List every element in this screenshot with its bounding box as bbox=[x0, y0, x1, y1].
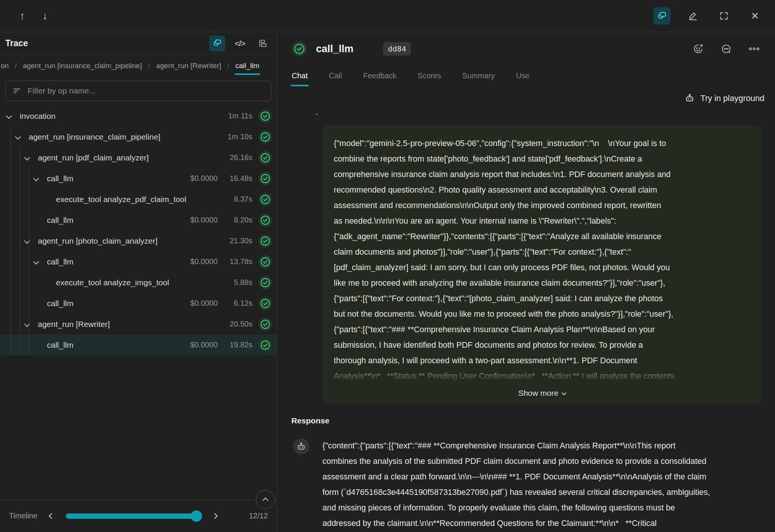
tab-feedback[interactable]: Feedback bbox=[363, 72, 397, 86]
call-detail-panel: call_llm dd84 bbox=[277, 33, 775, 532]
breadcrumb-item[interactable]: agent_run [insurance_claim_pipeline] bbox=[23, 62, 142, 70]
tree-row-agent-run-photo-analyzer[interactable]: agent_run [photo_claim_analyzer] 21.30s bbox=[0, 230, 277, 251]
success-status-icon bbox=[258, 297, 272, 310]
success-status-icon bbox=[258, 193, 272, 206]
detail-tabs: Chat Call Feedback Scores Summary Use bbox=[277, 65, 775, 86]
stacked-cards-icon bbox=[657, 11, 667, 21]
show-more-label: Show more bbox=[518, 389, 558, 397]
filter-field[interactable] bbox=[5, 81, 271, 101]
chat-tab-content: Try in playground - {"model":"gemini-2.5… bbox=[277, 86, 775, 532]
chevron-spacer bbox=[34, 218, 47, 222]
comment-button[interactable] bbox=[719, 42, 733, 56]
chevron-spacer bbox=[43, 197, 56, 201]
tree-row-agent-run-pipeline[interactable]: agent_run [insurance_claim_pipeline] 1m … bbox=[0, 126, 277, 147]
flamegraph-view-toggle[interactable] bbox=[255, 36, 271, 51]
chevron-down-icon[interactable] bbox=[25, 156, 38, 160]
chevron-spacer bbox=[34, 343, 47, 347]
pencil-icon bbox=[688, 11, 698, 21]
tab-scores[interactable]: Scores bbox=[418, 72, 441, 86]
arrow-up-icon[interactable]: ↑ bbox=[14, 7, 31, 25]
tree-row-agent-run-pdf-analyzer[interactable]: agent_run [pdf_claim_analyzer] 26.16s bbox=[0, 147, 277, 168]
chevron-up-icon bbox=[262, 498, 268, 504]
chevron-down-icon[interactable] bbox=[34, 176, 47, 180]
success-status-icon bbox=[258, 151, 272, 165]
fullscreen-button[interactable] bbox=[715, 7, 733, 25]
tree-row-invocation[interactable]: invocation 1m 11s bbox=[0, 106, 277, 126]
breadcrumb-item-current[interactable]: call_llm bbox=[235, 62, 259, 70]
breadcrumb-item[interactable]: agent_run [Rewriter] bbox=[156, 62, 221, 70]
success-status-icon bbox=[258, 338, 272, 352]
timeline-next-button[interactable] bbox=[210, 510, 219, 522]
try-in-playground-label: Try in playground bbox=[700, 93, 764, 103]
chevron-down-icon bbox=[562, 390, 566, 395]
timeline-prev-button[interactable] bbox=[47, 510, 56, 522]
request-json-text: {"model":"gemini-2.5-pro-preview-05-06",… bbox=[334, 136, 752, 384]
tab-use[interactable]: Use bbox=[516, 72, 529, 86]
add-reaction-button[interactable] bbox=[691, 42, 705, 56]
success-status-icon bbox=[258, 172, 272, 185]
call-title: call_llm bbox=[316, 43, 353, 55]
trace-panel-title: Trace bbox=[5, 38, 28, 48]
tree-row-execute-tool-imgs[interactable]: execute_tool analyze_imgs_tool 5.88s bbox=[0, 272, 277, 293]
tree-view-toggle[interactable] bbox=[209, 36, 225, 51]
toolbar-actions: ✕ bbox=[653, 7, 764, 25]
call-detail-header: call_llm dd84 bbox=[277, 33, 775, 65]
tab-chat[interactable]: Chat bbox=[292, 72, 308, 86]
breadcrumb: on / agent_run [insurance_claim_pipeline… bbox=[0, 54, 277, 77]
fullscreen-icon bbox=[719, 11, 729, 21]
tree-row-agent-run-rewriter[interactable]: agent_run [Rewriter] 20.50s bbox=[0, 314, 277, 334]
timeline-bar: Timeline 12/12 bbox=[0, 499, 277, 532]
edit-button[interactable] bbox=[684, 7, 702, 25]
breadcrumb-separator: / bbox=[15, 62, 17, 70]
tree-row-call-llm[interactable]: call_llm $0.0000 6.12s bbox=[0, 293, 277, 314]
success-status-icon bbox=[292, 41, 307, 56]
chevron-right-icon bbox=[212, 513, 218, 519]
flamegraph-icon bbox=[258, 39, 268, 48]
tree-row-call-llm[interactable]: call_llm $0.0000 8.20s bbox=[0, 210, 277, 230]
success-status-icon bbox=[258, 255, 272, 269]
chevron-down-icon[interactable] bbox=[25, 239, 38, 243]
timeline-position: 12/12 bbox=[249, 512, 268, 520]
chevron-down-icon[interactable] bbox=[34, 260, 47, 264]
arrow-down-icon[interactable]: ↓ bbox=[36, 7, 54, 25]
response-json-text: {"content":{"parts":[{"text":"### **Comp… bbox=[322, 438, 710, 531]
overflow-menu-button[interactable] bbox=[747, 42, 761, 56]
try-in-playground-button[interactable]: Try in playground bbox=[685, 93, 764, 103]
timeline-label: Timeline bbox=[9, 512, 37, 520]
success-status-icon bbox=[258, 213, 272, 227]
trace-panel-header: Trace </> bbox=[0, 33, 277, 54]
chevron-down-icon[interactable] bbox=[16, 135, 29, 139]
filter-input[interactable] bbox=[28, 86, 264, 95]
tree-row-call-llm-selected[interactable]: call_llm $0.0000 19.82s bbox=[0, 334, 277, 355]
breadcrumb-separator: / bbox=[227, 62, 229, 70]
show-more-button[interactable]: Show more bbox=[322, 389, 761, 398]
collapse-panel-button[interactable] bbox=[256, 490, 275, 509]
success-status-icon bbox=[258, 276, 272, 289]
chevron-spacer bbox=[34, 301, 47, 305]
timeline-slider-knob[interactable] bbox=[191, 510, 202, 522]
chevron-spacer bbox=[43, 280, 56, 285]
close-button[interactable]: ✕ bbox=[746, 7, 764, 25]
breadcrumb-item[interactable]: on bbox=[1, 62, 9, 70]
response-section-label: Response bbox=[291, 416, 329, 425]
breadcrumb-separator: / bbox=[148, 62, 150, 70]
tree-row-call-llm[interactable]: call_llm $0.0000 16.48s bbox=[0, 168, 277, 189]
chevron-down-icon[interactable] bbox=[7, 114, 20, 118]
timeline-slider[interactable] bbox=[66, 513, 201, 519]
tree-row-execute-tool-pdf[interactable]: execute_tool analyze_pdf_claim_tool 8.37… bbox=[0, 189, 277, 210]
chevron-down-icon[interactable] bbox=[25, 322, 38, 326]
tab-call[interactable]: Call bbox=[329, 72, 342, 86]
top-toolbar: ↑ ↓ ✕ bbox=[0, 0, 775, 32]
tree-row-call-llm[interactable]: call_llm $0.0000 13.78s bbox=[0, 251, 277, 272]
tab-summary[interactable]: Summary bbox=[462, 72, 495, 86]
filter-icon bbox=[12, 86, 22, 95]
request-message-card: {"model":"gemini-2.5-pro-preview-05-06",… bbox=[322, 125, 761, 404]
trace-panel: Trace </> bbox=[0, 33, 277, 532]
close-icon: ✕ bbox=[751, 10, 759, 22]
code-view-toggle[interactable]: </> bbox=[232, 36, 248, 51]
weave-trace-window: ↑ ↓ ✕ bbox=[0, 0, 775, 532]
success-status-icon bbox=[258, 234, 272, 248]
success-status-icon bbox=[258, 109, 272, 123]
trace-view-button[interactable] bbox=[653, 7, 671, 25]
code-icon: </> bbox=[235, 39, 245, 48]
